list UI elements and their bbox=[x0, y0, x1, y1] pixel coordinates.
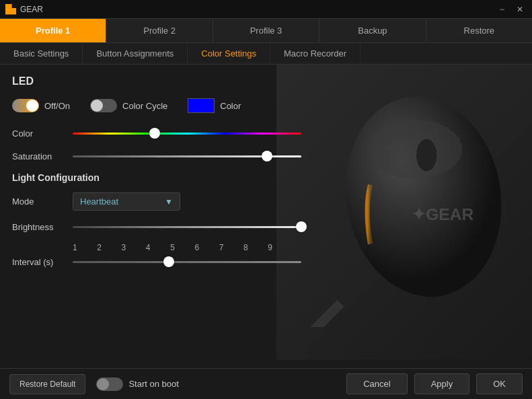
profile-tab-2[interactable]: Profile 2 bbox=[106, 19, 213, 42]
fnatic-logo-icon bbox=[5, 4, 16, 15]
interval-num-2: 2 bbox=[97, 243, 102, 252]
led-toggle-switch[interactable] bbox=[12, 99, 39, 112]
bottom-bar: Restore Default Start on boot Cancel App… bbox=[0, 368, 532, 399]
profile-tab-1[interactable]: Profile 1 bbox=[0, 19, 106, 42]
subtab-color[interactable]: Color Settings bbox=[188, 43, 270, 64]
interval-num-3: 3 bbox=[122, 243, 126, 252]
minimize-button[interactable]: − bbox=[496, 3, 508, 15]
title-bar-left: GEAR bbox=[5, 4, 43, 15]
subtab-macro[interactable]: Macro Recorder bbox=[270, 43, 360, 64]
color-cycle-control: Color Cycle bbox=[90, 99, 167, 112]
profile-tabs: Profile 1 Profile 2 Profile 3 Backup Res… bbox=[0, 19, 532, 43]
profile-tab-restore[interactable]: Restore bbox=[426, 19, 532, 42]
main-content: ✦GEAR LED Off/On Color Cycle Co bbox=[0, 65, 532, 360]
title-bar-controls: − ✕ bbox=[496, 3, 527, 15]
ok-button[interactable]: OK bbox=[476, 373, 523, 394]
sub-tabs: Basic Settings Button Assignments Color … bbox=[0, 43, 532, 65]
led-toggle-knob bbox=[26, 100, 38, 112]
interval-num-7: 7 bbox=[219, 243, 224, 252]
interval-num-6: 6 bbox=[194, 243, 199, 252]
boot-toggle-knob bbox=[97, 378, 109, 390]
app-title: GEAR bbox=[20, 5, 43, 14]
svg-point-3 bbox=[416, 139, 437, 172]
profile-tab-3[interactable]: Profile 3 bbox=[213, 19, 319, 42]
svg-point-0 bbox=[330, 84, 517, 310]
mouse-image-area: ✦GEAR bbox=[276, 65, 532, 360]
saturation-slider-knob[interactable] bbox=[262, 151, 272, 161]
saturation-slider-label: Saturation bbox=[12, 151, 73, 161]
interval-slider-label: Interval (s) bbox=[12, 257, 73, 267]
interval-num-1: 1 bbox=[73, 243, 77, 252]
brightness-slider-container bbox=[73, 220, 301, 233]
subtab-button[interactable]: Button Assignments bbox=[83, 43, 188, 64]
color-cycle-knob bbox=[91, 100, 103, 112]
svg-text:✦GEAR: ✦GEAR bbox=[412, 205, 473, 223]
start-on-boot-control: Start on boot bbox=[96, 377, 178, 391]
color-swatch-label: Color bbox=[220, 101, 241, 111]
profile-tab-backup[interactable]: Backup bbox=[319, 19, 426, 42]
led-toggle-label: Off/On bbox=[44, 101, 70, 111]
interval-num-9: 9 bbox=[268, 243, 272, 252]
saturation-slider-container bbox=[73, 149, 301, 163]
boot-label: Start on boot bbox=[128, 379, 178, 389]
brightness-slider-knob[interactable] bbox=[296, 221, 307, 232]
color-swatch-control: Color bbox=[188, 98, 241, 113]
interval-num-5: 5 bbox=[170, 243, 175, 252]
brightness-slider-track[interactable] bbox=[73, 226, 301, 228]
interval-num-8: 8 bbox=[243, 243, 248, 252]
mode-label: Mode bbox=[12, 196, 73, 207]
cancel-button[interactable]: Cancel bbox=[346, 373, 407, 394]
close-button[interactable]: ✕ bbox=[513, 3, 527, 15]
interval-slider-container bbox=[73, 255, 301, 268]
interval-num-4: 4 bbox=[146, 243, 151, 252]
apply-button[interactable]: Apply bbox=[414, 373, 470, 394]
color-swatch[interactable] bbox=[188, 98, 215, 113]
color-cycle-toggle[interactable] bbox=[90, 99, 117, 112]
interval-slider-knob[interactable] bbox=[163, 256, 174, 267]
boot-toggle[interactable] bbox=[96, 377, 123, 391]
mouse-illustration: ✦GEAR bbox=[290, 78, 532, 327]
dropdown-arrow-icon: ▼ bbox=[165, 197, 173, 207]
subtab-basic[interactable]: Basic Settings bbox=[0, 43, 83, 64]
led-toggle-control: Off/On bbox=[12, 99, 70, 112]
color-slider-container bbox=[73, 126, 301, 140]
color-cycle-label: Color Cycle bbox=[122, 101, 167, 111]
interval-numbers: 1 2 3 4 5 6 7 8 9 10 bbox=[73, 243, 301, 252]
title-bar: GEAR − ✕ bbox=[0, 0, 532, 19]
interval-slider-track[interactable] bbox=[73, 261, 301, 263]
color-slider-label: Color bbox=[12, 129, 73, 139]
color-slider-track[interactable] bbox=[73, 133, 301, 135]
svg-point-1 bbox=[367, 120, 462, 179]
mode-dropdown[interactable]: Heartbeat ▼ bbox=[73, 192, 180, 211]
brightness-slider-label: Brightness bbox=[12, 222, 73, 232]
color-slider-knob[interactable] bbox=[149, 128, 160, 139]
restore-default-button[interactable]: Restore Default bbox=[9, 374, 85, 394]
mode-value: Heartbeat bbox=[80, 196, 118, 207]
